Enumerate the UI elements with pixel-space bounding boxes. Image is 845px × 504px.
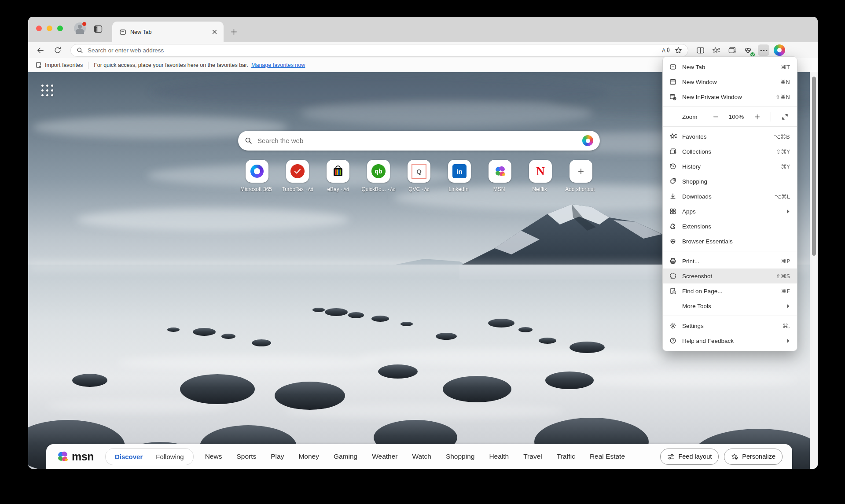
- more-menu-button[interactable]: [758, 44, 769, 56]
- settings-gear-icon: [669, 322, 677, 330]
- nav-gaming[interactable]: Gaming: [334, 452, 357, 460]
- msn-logo[interactable]: msn: [56, 450, 94, 463]
- ellipsis-icon: [760, 49, 768, 52]
- nav-health[interactable]: Health: [489, 452, 509, 460]
- new-tab-button[interactable]: [229, 27, 239, 37]
- msn-wordmark: msn: [72, 450, 94, 463]
- shortcut-quickbooks[interactable]: qb QuickBo...· Ad: [367, 160, 390, 192]
- menu-item-apps[interactable]: Apps: [663, 204, 797, 219]
- menu-item-favorites[interactable]: Favorites ⌥⌘B: [663, 129, 797, 144]
- add-shortcut-button[interactable]: + Add shortcut: [569, 160, 592, 192]
- shortcut-qvc[interactable]: Q QVC· Ad: [408, 160, 430, 192]
- nav-real-estate[interactable]: Real Estate: [590, 452, 625, 460]
- menu-item-print[interactable]: Print... ⌘P: [663, 254, 797, 269]
- import-favorites-button[interactable]: Import favorites: [35, 62, 83, 68]
- fullscreen-window-button[interactable]: [57, 26, 63, 31]
- app-launcher-button[interactable]: [41, 85, 53, 96]
- manage-favorites-link[interactable]: Manage favorites now: [251, 62, 305, 68]
- menu-item-shopping[interactable]: Shopping: [663, 174, 797, 189]
- shortcut-msn[interactable]: MSN: [489, 160, 511, 192]
- tab-preview-icon: [94, 25, 103, 33]
- submenu-arrow-icon: [786, 304, 790, 309]
- nav-traffic[interactable]: Traffic: [557, 452, 575, 460]
- menu-item-new-inprivate-window[interactable]: New InPrivate Window ⇧⌘N: [663, 89, 797, 104]
- menu-separator: [663, 251, 797, 251]
- new-window-icon: [669, 78, 677, 86]
- tab-new-tab[interactable]: New Tab: [112, 22, 224, 42]
- favorites-button[interactable]: [710, 44, 722, 56]
- menu-item-new-window[interactable]: New Window ⌘N: [663, 74, 797, 89]
- minimize-window-button[interactable]: [47, 26, 52, 31]
- zoom-level: 100%: [726, 114, 746, 120]
- nav-news[interactable]: News: [205, 452, 222, 460]
- profile-avatar[interactable]: [74, 22, 86, 34]
- menu-item-settings[interactable]: Settings ⌘,: [663, 318, 797, 333]
- qvc-icon: Q: [411, 164, 426, 179]
- read-aloud-icon[interactable]: A: [662, 47, 670, 54]
- nav-watch[interactable]: Watch: [412, 452, 431, 460]
- nav-shopping[interactable]: Shopping: [446, 452, 475, 460]
- msn-butterfly-icon: [56, 450, 69, 463]
- menu-item-browser-essentials[interactable]: Browser Essentials: [663, 234, 797, 249]
- copilot-button[interactable]: [774, 44, 785, 56]
- shortcut-microsoft-365[interactable]: Microsoft 365: [246, 160, 268, 192]
- menu-item-zoom: Zoom 100%: [663, 109, 797, 124]
- shortcut-ebay[interactable]: eBay· Ad: [327, 160, 349, 192]
- zoom-in-button[interactable]: [752, 111, 762, 122]
- window-controls: [36, 26, 63, 31]
- menu-item-collections[interactable]: Collections ⇧⌘Y: [663, 144, 797, 159]
- close-window-button[interactable]: [36, 26, 42, 31]
- scrollbar-thumb[interactable]: [812, 77, 816, 256]
- feed-layout-button[interactable]: Feed layout: [660, 449, 719, 465]
- browser-essentials-button[interactable]: [742, 44, 753, 56]
- back-button[interactable]: [34, 44, 46, 56]
- add-favorite-star-icon[interactable]: [675, 47, 682, 54]
- ntp-search-box[interactable]: Search the web: [238, 131, 600, 151]
- nav-travel[interactable]: Travel: [523, 452, 542, 460]
- menu-item-extensions[interactable]: Extensions: [663, 219, 797, 234]
- menu-item-more-tools[interactable]: More Tools: [663, 298, 797, 313]
- browser-window: New Tab: [28, 17, 818, 469]
- refresh-button[interactable]: [52, 44, 63, 56]
- scrollbar-track[interactable]: [810, 72, 818, 469]
- msn-butterfly-icon: [493, 165, 507, 178]
- apps-grid-icon: [669, 207, 677, 215]
- tab-following[interactable]: Following: [149, 453, 190, 460]
- tab-preview-button[interactable]: [93, 24, 103, 34]
- tab-discover[interactable]: Discover: [108, 453, 149, 460]
- submenu-arrow-icon: [786, 338, 790, 343]
- tab-close-button[interactable]: [210, 28, 218, 36]
- personalize-button[interactable]: Personalize: [724, 449, 783, 465]
- shortcut-netflix[interactable]: N Netflix: [529, 160, 552, 192]
- address-bar[interactable]: Search or enter web address A: [70, 44, 688, 57]
- nav-money[interactable]: Money: [298, 452, 319, 460]
- new-tab-page-icon: [119, 29, 126, 36]
- feed-nav-links: News Sports Play Money Gaming Weather Wa…: [205, 452, 625, 460]
- menu-item-screenshot[interactable]: Screenshot ⇧⌘S: [663, 269, 797, 283]
- shortcut-linkedin[interactable]: in LinkedIn: [448, 160, 471, 192]
- menu-separator: [663, 126, 797, 127]
- import-favorites-icon: [35, 62, 42, 68]
- menu-item-history[interactable]: History ⌘Y: [663, 159, 797, 174]
- menu-item-help-and-feedback[interactable]: ? Help and Feedback: [663, 333, 797, 348]
- menu-item-find-on-page[interactable]: Find on Page... ⌘F: [663, 283, 797, 298]
- nav-weather[interactable]: Weather: [372, 452, 397, 460]
- nav-play[interactable]: Play: [271, 452, 284, 460]
- collections-icon: [669, 147, 677, 155]
- split-screen-icon: [696, 47, 705, 54]
- menu-item-new-tab[interactable]: New Tab ⌘T: [663, 59, 797, 74]
- svg-text:?: ?: [672, 338, 674, 343]
- zoom-out-button[interactable]: [710, 111, 721, 122]
- menu-item-downloads[interactable]: Downloads ⌥⌘L: [663, 189, 797, 204]
- close-icon: [212, 29, 217, 34]
- shortcut-turbotax[interactable]: TurboTax· Ad: [286, 160, 309, 192]
- favorites-icon: [669, 132, 677, 140]
- collections-button[interactable]: [726, 44, 738, 56]
- copilot-icon[interactable]: [582, 135, 593, 146]
- fullscreen-button[interactable]: [779, 111, 790, 122]
- zoom-icon-spacer: [669, 113, 677, 121]
- netflix-icon: N: [536, 165, 545, 178]
- split-screen-button[interactable]: [694, 44, 706, 56]
- nav-sports[interactable]: Sports: [236, 452, 256, 460]
- divider: [88, 62, 88, 69]
